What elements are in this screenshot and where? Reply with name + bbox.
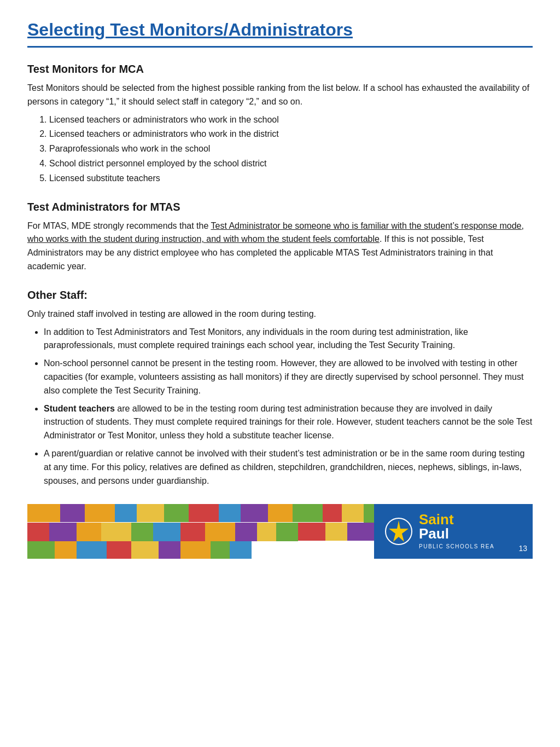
saint-paul-logo-icon: [385, 518, 412, 545]
list-item: Licensed teachers or administrators who …: [49, 113, 533, 127]
mca-intro-text: Test Monitors should be selected from th…: [27, 82, 533, 109]
section-heading-mtas: Test Administrators for MTAS: [27, 199, 533, 215]
mtas-text-before: For MTAS, MDE strongly recommends that t…: [27, 221, 211, 230]
list-item: Licensed teachers or administrators who …: [49, 128, 533, 141]
logo-area: Saint Paul Public Schools REA 13: [374, 504, 533, 559]
section-heading-other-staff: Other Staff:: [27, 287, 533, 303]
bullet-text-4: A parent/guardian or relative cannot be …: [44, 449, 524, 485]
list-item: A parent/guardian or relative cannot be …: [44, 447, 533, 488]
list-item: School district personnel employed by th…: [49, 157, 533, 171]
other-staff-intro: Only trained staff involved in testing a…: [27, 308, 533, 321]
bullet-text-2: Non-school personnel cannot be present i…: [44, 358, 523, 395]
mtas-paragraph: For MTAS, MDE strongly recommends that t…: [27, 219, 533, 274]
other-staff-bullet-list: In addition to Test Administrators and T…: [44, 326, 533, 488]
logo-text: Saint Paul Public Schools REA: [419, 512, 494, 551]
list-item: In addition to Test Administrators and T…: [44, 326, 533, 353]
list-item: Paraprofessionals who work in the school: [49, 142, 533, 156]
mca-ordered-list: Licensed teachers or administrators who …: [49, 113, 533, 186]
list-item: Licensed substitute teachers: [49, 172, 533, 186]
color-blocks: [27, 504, 421, 559]
logo-subtitle: Public Schools REA: [419, 542, 494, 551]
page-number: 13: [518, 543, 527, 554]
section-heading-mca: Test Monitors for MCA: [27, 61, 533, 77]
list-item: Student teachers are allowed to be in th…: [44, 402, 533, 443]
logo-paul: Paul: [419, 526, 494, 541]
bullet-text-1: In addition to Test Administrators and T…: [44, 327, 468, 350]
footer: Saint Paul Public Schools REA 13: [27, 504, 533, 559]
student-teachers-bold: Student teachers: [44, 404, 115, 413]
svg-marker-1: [389, 520, 409, 542]
logo-saint: Saint: [419, 512, 494, 526]
list-item: Non-school personnel cannot be present i…: [44, 357, 533, 397]
page-title: Selecting Test Monitors/Administrators: [27, 16, 533, 48]
